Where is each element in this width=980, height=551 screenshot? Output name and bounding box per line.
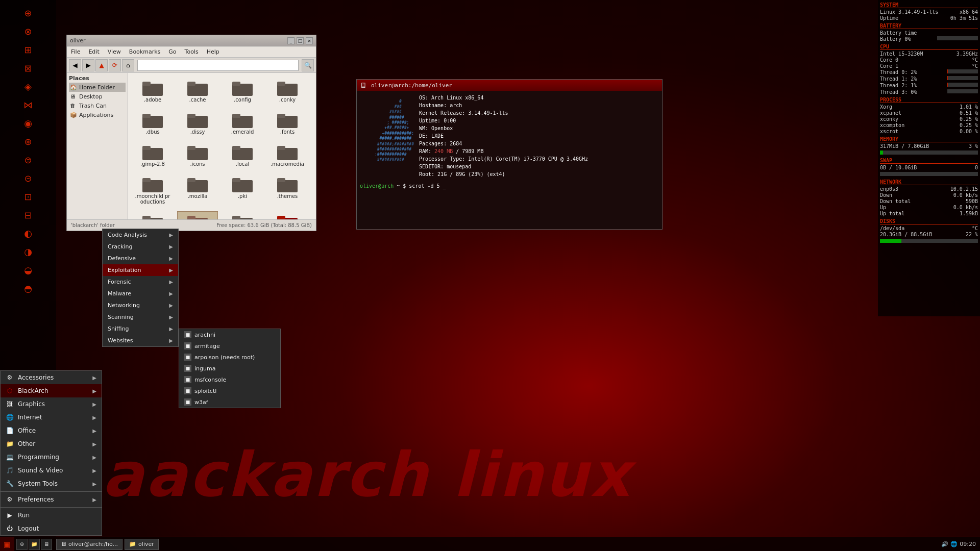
folder-thumbnails[interactable]: .thumbnails	[132, 211, 173, 219]
taskbar-icon-3[interactable]: 🖥	[41, 539, 52, 550]
tool-inguma[interactable]: ■ inguma	[179, 363, 280, 374]
folder-local-label: .local	[236, 161, 249, 167]
tool-armitage[interactable]: ■ armitage	[179, 340, 280, 352]
fm-menu-bookmarks[interactable]: Bookmarks	[127, 47, 162, 56]
folder-gimp[interactable]: .gimp-2.8	[132, 141, 173, 169]
sub-sniffing[interactable]: Sniffing ▶	[103, 323, 178, 335]
svg-rect-39	[277, 216, 285, 219]
folder-themes[interactable]: .themes	[267, 173, 308, 207]
folder-blackarch[interactable]: blackarch	[177, 211, 218, 219]
apps-icon: 📦	[70, 111, 77, 118]
fm-menu-edit[interactable]: Edit	[86, 47, 101, 56]
taskbar-icon-2[interactable]: 📁	[29, 539, 40, 550]
sub-networking[interactable]: Networking ▶	[103, 299, 178, 311]
sniffing-arrow: ▶	[169, 326, 173, 332]
sidebar-home-folder[interactable]: 🏠 Home Folder	[69, 83, 126, 92]
fm-back-btn[interactable]: ◀	[69, 59, 81, 71]
fm-address-bar[interactable]: /home/oliver	[137, 60, 299, 71]
sub-scanning[interactable]: Scanning ▶	[103, 311, 178, 323]
t-root: Root: 21G / 89G (23%) (ext4)	[419, 171, 505, 177]
fm-home-btn[interactable]: ⌂	[122, 59, 134, 71]
taskbar-terminal-app[interactable]: 🖥 oliver@arch:/ho...	[56, 539, 122, 550]
folder-moonchild[interactable]: .moonchild productions	[132, 173, 173, 207]
t-de: DE: LXDE	[419, 133, 444, 139]
taskbar-icon-1[interactable]: ⊕	[16, 539, 28, 550]
menu-office[interactable]: 📄 Office ▶	[1, 424, 102, 437]
folder-cache[interactable]: .cache	[177, 77, 218, 105]
t-os: OS: Arch Linux x86_64	[419, 95, 483, 101]
folder-icons[interactable]: .icons	[177, 141, 218, 169]
menu-internet[interactable]: 🌐 Internet ▶	[1, 411, 102, 424]
filemanager-maximize-btn[interactable]: □	[297, 37, 304, 44]
folder-mozilla[interactable]: .mozilla	[177, 173, 218, 207]
sysmon-swap-title: SWAP	[880, 158, 978, 164]
folder-cntfai[interactable]: CNT-FAI	[222, 211, 263, 219]
arachni-icon: ■	[184, 331, 191, 338]
menu-other[interactable]: 📁 Other ▶	[1, 437, 102, 450]
terminal-body[interactable]: # ### ##### ###### ; ######; +##.#####+ …	[357, 91, 662, 229]
fm-up-btn[interactable]: ▲	[95, 59, 108, 71]
fm-reload-btn[interactable]: ⟳	[109, 59, 121, 71]
fm-menu-view[interactable]: View	[106, 47, 123, 56]
sub-defensive[interactable]: Defensive ▶	[103, 253, 178, 264]
start-button[interactable]: ▣	[0, 537, 14, 552]
sub-cracking[interactable]: Cracking ▶	[103, 241, 178, 253]
folder-desktop[interactable]: Desktop	[267, 211, 308, 219]
menu-graphics[interactable]: 🖼 Graphics ▶	[1, 397, 102, 411]
tool-w3af[interactable]: ■ w3af	[179, 396, 280, 408]
folder-emerald[interactable]: .emerald	[222, 109, 263, 137]
sidebar-trash[interactable]: 🗑 Trash Can	[69, 101, 126, 110]
sub-websites-label: Websites	[108, 337, 133, 344]
tool-msfconsole[interactable]: ■ msfconsole	[179, 374, 280, 385]
sub-malware[interactable]: Malware ▶	[103, 288, 178, 299]
menu-system-tools[interactable]: 🔧 System Tools ▶	[1, 477, 102, 490]
deco-11: ⊡	[8, 189, 48, 204]
folder-config[interactable]: .config	[222, 77, 263, 105]
sysmon-disk-title: DISKS	[880, 218, 978, 224]
sysmon-net-ip: 10.0.2.15	[950, 186, 978, 192]
sidebar-desktop[interactable]: 🖥 Desktop	[69, 92, 126, 101]
menu-accessories[interactable]: ⚙ Accessories ▶	[1, 371, 102, 384]
sub-exploitation[interactable]: Exploitation ▶	[103, 264, 178, 276]
folder-pki[interactable]: .pki	[222, 173, 263, 207]
fm-menu-tools[interactable]: Tools	[183, 47, 201, 56]
deco-16: ◓	[8, 281, 48, 296]
folder-macromedia[interactable]: .macromedia	[267, 141, 308, 169]
sysmon-battery-val: Battery 0%	[880, 36, 911, 42]
tool-arpoison[interactable]: ■ arpoison (needs root)	[179, 352, 280, 363]
fm-search-btn[interactable]: 🔍	[302, 59, 314, 71]
tray-icon-2: 🌐	[950, 541, 958, 547]
other-icon: 📁	[6, 440, 14, 448]
fm-menu-help[interactable]: Help	[205, 47, 222, 56]
fm-menu-go[interactable]: Go	[166, 47, 178, 56]
filemanager-minimize-btn[interactable]: _	[287, 37, 295, 44]
folder-dbus[interactable]: .dbus	[132, 109, 173, 137]
deco-4: ⊠	[8, 60, 48, 76]
tool-sploitctl[interactable]: ■ sploitctl	[179, 385, 280, 396]
scanning-arrow: ▶	[169, 314, 173, 320]
folder-adobe[interactable]: .adobe	[132, 77, 173, 105]
folder-conky[interactable]: .conky	[267, 77, 308, 105]
menu-run[interactable]: ▶ Run	[1, 509, 102, 522]
folder-local[interactable]: .local	[222, 141, 263, 169]
menu-sound-video[interactable]: 🎵 Sound & Video ▶	[1, 464, 102, 477]
menu-blackarch[interactable]: ⬡ BlackArch ▶	[1, 384, 102, 397]
deco-1: ⊕	[8, 5, 48, 20]
tool-arachni[interactable]: ■ arachni	[179, 329, 280, 340]
sub-websites[interactable]: Websites ▶	[103, 335, 178, 346]
fm-menu-file[interactable]: File	[69, 47, 82, 56]
sidebar-applications[interactable]: 📦 Applications	[69, 110, 126, 119]
sound-video-arrow: ▶	[92, 468, 96, 473]
programming-icon: 💻	[6, 453, 14, 461]
menu-logout[interactable]: ⏻ Logout	[1, 522, 102, 535]
folder-dissy[interactable]: .dissy	[177, 109, 218, 137]
fm-status-space: Free space: 63.6 GiB (Total: 88.5 GiB)	[216, 222, 312, 228]
filemanager-close-btn[interactable]: ×	[306, 37, 313, 44]
menu-programming[interactable]: 💻 Programming ▶	[1, 450, 102, 464]
menu-preferences[interactable]: ⚙ Preferences ▶	[1, 493, 102, 506]
taskbar-fm-app[interactable]: 📁 oliver	[125, 539, 159, 550]
folder-fonts[interactable]: .fonts	[267, 109, 308, 137]
fm-forward-btn[interactable]: ▶	[82, 59, 94, 71]
sub-forensic[interactable]: Forensic ▶	[103, 276, 178, 288]
sub-code-analysis[interactable]: Code Analysis ▶	[103, 229, 178, 241]
